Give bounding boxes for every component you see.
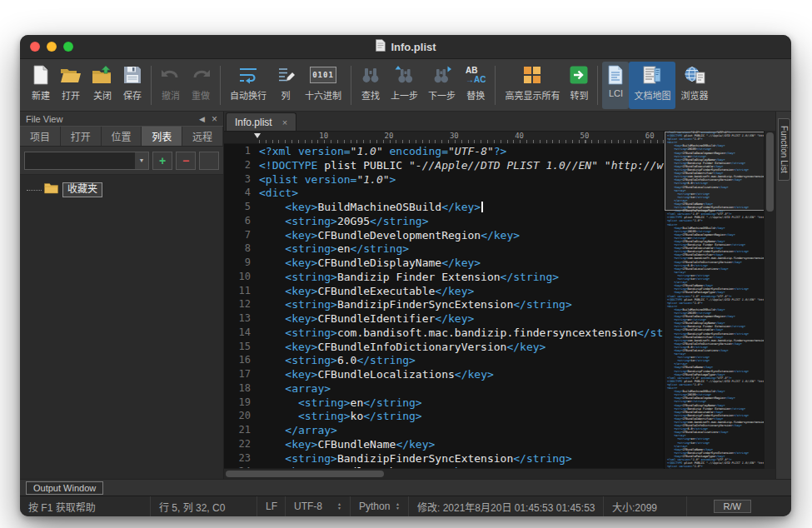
- status-spacer: [686, 496, 714, 516]
- favorites-tree: 收藏夹: [20, 175, 223, 479]
- line-number: 5: [224, 201, 251, 215]
- line-number: 12: [224, 298, 251, 312]
- line-number: 15: [224, 341, 251, 355]
- output-row: Output Window: [20, 479, 791, 496]
- find-button[interactable]: 查找: [356, 62, 386, 109]
- line-number: 16: [224, 354, 251, 368]
- tree-item-favorites[interactable]: 收藏夹: [20, 182, 223, 198]
- status-file-size: 大小:2099: [603, 496, 686, 516]
- line-number: 21: [224, 424, 251, 438]
- zoom-window-button[interactable]: [63, 42, 73, 52]
- function-list-tab[interactable]: Function List: [778, 118, 790, 181]
- binoculars-next-icon: [432, 64, 452, 86]
- document-map[interactable]: <?xml version="1.0" encoding="UTF-8"?><!…: [664, 131, 765, 469]
- panel-close-icon[interactable]: ×: [212, 113, 217, 125]
- read-write-toggle[interactable]: R/W: [714, 500, 751, 513]
- add-favorite-button[interactable]: +: [152, 152, 172, 170]
- highlight-all-button[interactable]: 高亮显示所有: [500, 62, 565, 109]
- lci-button[interactable]: LCI: [602, 62, 629, 109]
- line-number: 11: [224, 285, 251, 299]
- document-icon: [375, 39, 386, 54]
- word-wrap-button[interactable]: 自动换行: [225, 62, 271, 109]
- minimap-line: <dict>: [665, 468, 765, 469]
- file-view-tab-open[interactable]: 打开: [61, 127, 102, 146]
- line-number: 2: [224, 159, 251, 173]
- browser-button[interactable]: 浏览器: [675, 62, 713, 109]
- goto-button[interactable]: 转到: [565, 62, 593, 109]
- close-window-button[interactable]: [30, 42, 40, 52]
- new-file-button[interactable]: 新建: [27, 62, 55, 109]
- editor-tab-bar: Info.plist ×: [224, 112, 775, 132]
- column-pen-icon: [276, 64, 295, 86]
- line-number: 7: [224, 229, 251, 243]
- file-view-tab-list[interactable]: 列表: [142, 127, 182, 146]
- file-view-panel: File View ◀ × 项目 打开 位置 列表 远程 ▼ + −: [20, 112, 224, 479]
- file-view-toolbar: ▼ + −: [20, 147, 223, 175]
- document-map-icon: [642, 64, 662, 86]
- vertical-scrollbar-thumb[interactable]: [766, 132, 774, 212]
- status-modified-date: 修改: 2021年8月20日 01:45:53 01:45:53: [408, 496, 603, 516]
- tree-branch-line: [27, 190, 42, 191]
- file-view-tab-remote[interactable]: 远程: [182, 127, 223, 146]
- replace-button[interactable]: AB→AC 替换: [461, 62, 491, 109]
- ruler-number: 20: [385, 132, 394, 140]
- vertical-scrollbar[interactable]: [764, 131, 775, 469]
- app-window: Info.plist 新建 打开 关闭 保存 撤消 重做: [20, 35, 791, 516]
- status-help: 按 F1 获取帮助: [20, 496, 150, 516]
- undo-button[interactable]: 撤消: [156, 62, 186, 109]
- main-area: File View ◀ × 项目 打开 位置 列表 远程 ▼ + −: [20, 112, 791, 479]
- editor-tab-infoplist[interactable]: Info.plist ×: [226, 112, 296, 131]
- line-number: 19: [224, 396, 251, 411]
- find-next-button[interactable]: 下一步: [423, 62, 461, 109]
- title-bar[interactable]: Info.plist: [20, 35, 791, 59]
- highlight-grid-icon: [523, 64, 541, 86]
- lci-document-icon: [607, 64, 624, 86]
- browser-globe-icon: [684, 64, 705, 86]
- line-number: 10: [224, 271, 251, 285]
- traffic-lights: [30, 42, 73, 52]
- text-caret: [481, 202, 483, 212]
- chevron-down-icon: ▼: [135, 152, 148, 169]
- close-file-button[interactable]: 关闭: [87, 62, 118, 109]
- file-view-tab-project[interactable]: 项目: [20, 127, 61, 146]
- ruler-number: 40: [515, 132, 524, 140]
- open-button[interactable]: 打开: [55, 62, 87, 109]
- file-view-title: File View: [26, 114, 62, 124]
- syntax-value: Python: [359, 501, 390, 512]
- encoding-value: UTF-8: [294, 501, 322, 512]
- ruler-number: 50: [580, 132, 590, 140]
- status-caret-position: 行 5, 列 32, C0: [150, 496, 257, 516]
- horizontal-scrollbar-thumb[interactable]: [226, 471, 384, 477]
- tab-close-icon[interactable]: ×: [282, 117, 287, 127]
- find-previous-button[interactable]: 上一步: [386, 62, 423, 109]
- tree-item-label: 收藏夹: [62, 182, 102, 197]
- document-map-button[interactable]: 文档地图: [629, 62, 675, 109]
- replace-icon: AB→AC: [466, 64, 486, 86]
- line-number: 13: [224, 312, 251, 326]
- more-options-button[interactable]: [199, 152, 219, 170]
- remove-favorite-button[interactable]: −: [176, 152, 196, 170]
- ruler-number: 10: [319, 132, 328, 140]
- redo-button[interactable]: 重做: [186, 62, 216, 109]
- line-number: 22: [224, 438, 251, 452]
- stepper-icon: ▲▼: [337, 502, 341, 511]
- syntax-select[interactable]: Python ▲▼: [350, 496, 408, 516]
- toolbar-separator: [151, 66, 152, 105]
- editor-pane: Info.plist × 102030405060 1<?xml version…: [224, 112, 775, 479]
- column-mode-button[interactable]: 列: [271, 62, 300, 109]
- horizontal-scrollbar[interactable]: [224, 468, 775, 479]
- save-button[interactable]: 保存: [118, 62, 147, 109]
- minimap-viewport[interactable]: [665, 132, 765, 211]
- hex-view-button[interactable]: 0101 十六进制: [300, 62, 346, 109]
- minimize-window-button[interactable]: [47, 42, 57, 52]
- binoculars-icon: [361, 64, 381, 86]
- favorites-dropdown[interactable]: ▼: [24, 152, 149, 170]
- status-eol[interactable]: LF: [257, 496, 285, 516]
- toolbar-separator: [597, 66, 598, 105]
- panel-collapse-icon[interactable]: ◀: [199, 115, 205, 123]
- output-window-tab[interactable]: Output Window: [26, 481, 103, 495]
- line-number: 17: [224, 368, 251, 382]
- window-title-group: Info.plist: [375, 39, 436, 54]
- file-view-tab-location[interactable]: 位置: [102, 127, 142, 146]
- encoding-select[interactable]: UTF-8 ▲▼: [285, 496, 350, 516]
